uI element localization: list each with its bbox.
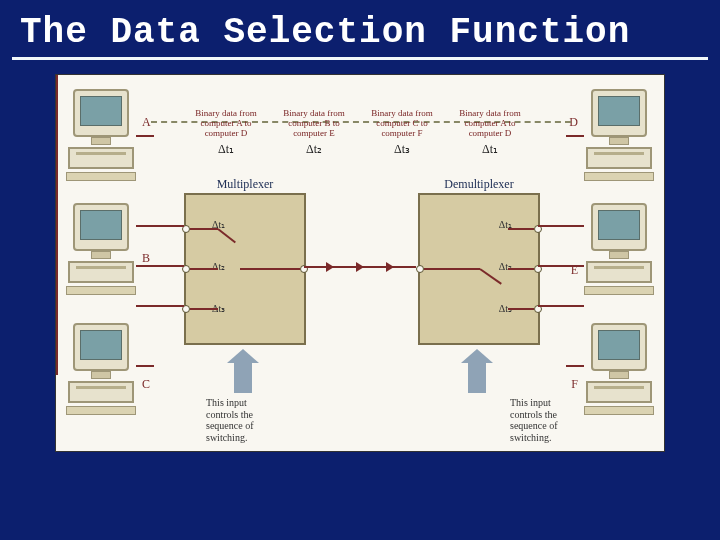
control-arrow-right [468,363,486,393]
demultiplexer-label: Demultiplexer [420,177,538,192]
topnote-0: Binary data from computer A to computer … [186,109,266,156]
topnote-3: Binary data from computer A to computer … [450,109,530,156]
computer-f [584,323,654,413]
page-title: The Data Selection Function [0,0,720,57]
label-a: A [142,115,151,130]
label-b: B [142,251,150,266]
mux-dt2: Δt₂ [212,261,225,272]
computer-b [66,203,136,293]
demultiplexer-box: Demultiplexer Δt₁ Δt₂ Δt₃ [418,193,540,345]
label-f: F [571,377,578,392]
computer-a [66,89,136,179]
link-arrow-2 [356,262,364,272]
label-c: C [142,377,150,392]
caption-right: This input controls the sequence of swit… [510,397,580,443]
multiplexer-label: Multiplexer [186,177,304,192]
topnote-1: Binary data from computer B to computer … [274,109,354,156]
caption-left: This input controls the sequence of swit… [206,397,276,443]
link-arrow-3 [386,262,394,272]
link-arrow-1 [326,262,334,272]
computer-d [584,89,654,179]
topnote-2: Binary data from computer C to computer … [362,109,442,156]
computer-e [584,203,654,293]
multiplexer-box: Multiplexer Δt₁ Δt₂ Δt₃ [184,193,306,345]
demux-dt2: Δt₂ [499,261,512,272]
control-arrow-left [234,363,252,393]
title-underline [12,57,708,60]
computer-c [66,323,136,413]
diagram-canvas: A B C D E F Multiplexer Δt₁ Δt₂ Δt₃ Demu [55,74,665,452]
